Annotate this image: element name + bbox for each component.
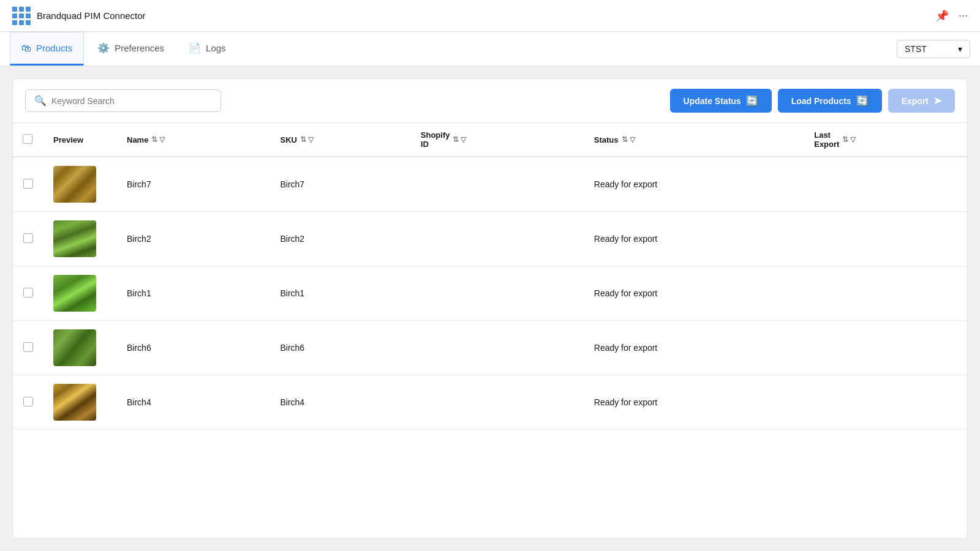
- load-products-label: Load Products: [791, 96, 851, 106]
- row-checkbox[interactable]: [23, 179, 33, 189]
- row-name-cell: Birch1: [117, 266, 270, 321]
- row-sku-cell: Birch4: [270, 375, 410, 430]
- row-shopify-id-cell: [411, 266, 584, 321]
- search-input[interactable]: [51, 96, 212, 106]
- row-sku-cell: Birch7: [270, 157, 410, 212]
- row-checkbox-cell: [13, 212, 43, 266]
- search-icon: 🔍: [34, 95, 47, 107]
- preferences-tab-icon: ⚙️: [97, 42, 110, 54]
- shopify-id-filter-icon[interactable]: ▽: [461, 135, 466, 144]
- main-content: 🔍 Update Status 🔄 Load Products 🔄 Export…: [0, 66, 980, 551]
- table-row: Birch4 Birch4 Ready for export: [13, 375, 967, 430]
- logs-tab-icon: 📄: [189, 42, 201, 54]
- app-title: Brandquad PIM Connector: [37, 10, 146, 21]
- row-checkbox[interactable]: [23, 397, 33, 407]
- store-selector-value: STST: [905, 44, 927, 54]
- last-export-sort-icon[interactable]: ⇅: [842, 135, 848, 144]
- status-column-header: Status ⇅ ▽: [584, 123, 804, 157]
- row-status-cell: Ready for export: [584, 321, 804, 375]
- search-box[interactable]: 🔍: [25, 89, 221, 112]
- product-thumbnail: [53, 384, 96, 421]
- row-preview-cell: [43, 266, 117, 321]
- row-checkbox[interactable]: [23, 233, 33, 243]
- table-row: Birch1 Birch1 Ready for export: [13, 266, 967, 321]
- products-table: Preview Name ⇅ ▽: [13, 123, 967, 430]
- select-all-header: [13, 123, 43, 157]
- toolbar: 🔍 Update Status 🔄 Load Products 🔄 Export…: [13, 79, 967, 123]
- more-options-icon[interactable]: ···: [959, 9, 968, 22]
- row-last-export-cell: [804, 212, 967, 266]
- load-products-button[interactable]: Load Products 🔄: [778, 89, 882, 113]
- row-name-cell: Birch6: [117, 321, 270, 375]
- row-last-export-cell: [804, 321, 967, 375]
- store-selector-container: STST ▾: [897, 32, 970, 66]
- row-shopify-id-cell: [411, 212, 584, 266]
- product-thumbnail: [53, 220, 96, 257]
- load-products-icon: 🔄: [856, 95, 869, 107]
- row-checkbox-cell: [13, 266, 43, 321]
- row-status-cell: Ready for export: [584, 375, 804, 430]
- product-thumbnail: [53, 329, 96, 366]
- row-checkbox[interactable]: [23, 342, 33, 352]
- row-last-export-cell: [804, 375, 967, 430]
- select-all-checkbox[interactable]: [23, 134, 32, 144]
- sku-sort-icon[interactable]: ⇅: [300, 135, 306, 144]
- tab-products[interactable]: 🛍 Products: [10, 32, 84, 66]
- name-filter-icon[interactable]: ▽: [159, 135, 165, 144]
- export-icon: ➤: [933, 95, 941, 107]
- row-preview-cell: [43, 157, 117, 212]
- table-row: Birch2 Birch2 Ready for export: [13, 212, 967, 266]
- logs-tab-label: Logs: [206, 43, 226, 53]
- app-branding: Brandquad PIM Connector: [12, 7, 146, 25]
- update-status-icon: 🔄: [746, 95, 758, 107]
- row-preview-cell: [43, 375, 117, 430]
- row-sku-cell: Birch2: [270, 212, 410, 266]
- top-bar: Brandquad PIM Connector 📌 ···: [0, 0, 980, 32]
- last-export-column-header: LastExport ⇅ ▽: [804, 123, 967, 157]
- row-sku-cell: Birch6: [270, 321, 410, 375]
- row-shopify-id-cell: [411, 157, 584, 212]
- name-column-header: Name ⇅ ▽: [117, 123, 270, 157]
- product-thumbnail: [53, 275, 96, 312]
- app-grid-icon: [12, 7, 31, 25]
- preview-column-header: Preview: [43, 123, 117, 157]
- row-status-cell: Ready for export: [584, 266, 804, 321]
- table-row: Birch6 Birch6 Ready for export: [13, 321, 967, 375]
- row-preview-cell: [43, 212, 117, 266]
- row-sku-cell: Birch1: [270, 266, 410, 321]
- nav-tabs-left: 🛍 Products ⚙️ Preferences 📄 Logs: [10, 32, 237, 66]
- toolbar-buttons: Update Status 🔄 Load Products 🔄 Export ➤: [670, 89, 955, 113]
- row-checkbox-cell: [13, 321, 43, 375]
- row-checkbox-cell: [13, 157, 43, 212]
- status-sort-icon[interactable]: ⇅: [622, 135, 628, 144]
- name-sort-icon[interactable]: ⇅: [151, 135, 157, 144]
- products-tab-label: Products: [36, 43, 72, 53]
- status-filter-icon[interactable]: ▽: [630, 135, 635, 144]
- row-status-cell: Ready for export: [584, 157, 804, 212]
- products-tab-icon: 🛍: [21, 43, 31, 54]
- row-name-cell: Birch4: [117, 375, 270, 430]
- update-status-button[interactable]: Update Status 🔄: [670, 89, 772, 113]
- last-export-filter-icon[interactable]: ▽: [850, 135, 856, 144]
- pin-icon[interactable]: 📌: [935, 9, 949, 23]
- row-shopify-id-cell: [411, 375, 584, 430]
- update-status-label: Update Status: [684, 96, 741, 106]
- row-status-cell: Ready for export: [584, 212, 804, 266]
- row-checkbox[interactable]: [23, 288, 33, 298]
- row-preview-cell: [43, 321, 117, 375]
- tab-logs[interactable]: 📄 Logs: [178, 32, 237, 66]
- shopify-id-sort-icon[interactable]: ⇅: [453, 135, 459, 144]
- chevron-down-icon: ▾: [958, 44, 962, 54]
- row-last-export-cell: [804, 266, 967, 321]
- export-label: Export: [902, 96, 929, 106]
- export-button[interactable]: Export ➤: [888, 89, 955, 113]
- row-last-export-cell: [804, 157, 967, 212]
- shopify-id-column-header: ShopifyID ⇅ ▽: [411, 123, 584, 157]
- top-bar-actions: 📌 ···: [935, 9, 968, 23]
- tab-preferences[interactable]: ⚙️ Preferences: [86, 32, 175, 66]
- row-name-cell: Birch2: [117, 212, 270, 266]
- product-thumbnail: [53, 166, 96, 203]
- table-row: Birch7 Birch7 Ready for export: [13, 157, 967, 212]
- sku-filter-icon[interactable]: ▽: [308, 135, 314, 144]
- store-selector[interactable]: STST ▾: [897, 40, 970, 58]
